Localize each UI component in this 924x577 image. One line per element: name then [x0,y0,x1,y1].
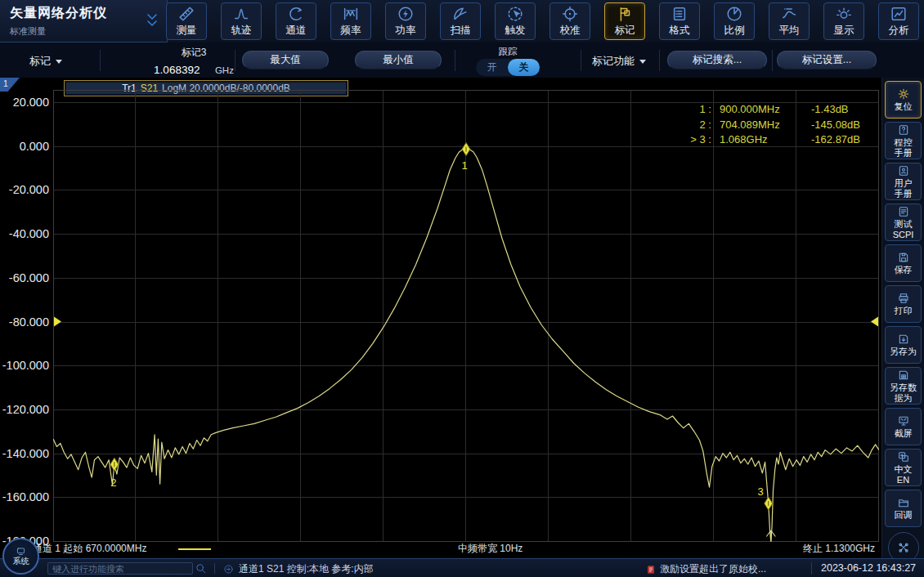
ref-level-arrow-right[interactable] [871,317,878,327]
toolbar-button-power[interactable]: 功率 [385,2,426,40]
tracking-off-option[interactable]: 关 [508,59,540,76]
marker-search-button[interactable]: 标记搜索... [667,51,767,69]
sidebar-button-label: 用户 手册 [895,178,913,199]
divider [214,563,215,574]
sidebar-button-save-as[interactable]: 另存为 [885,326,922,364]
marker-number: 1 : [679,102,711,118]
language-icon [897,450,910,463]
toolbar-button-marker[interactable]: 标记 [604,2,645,40]
vna-app: 矢量网络分析仪 标准测量 测量轨迹通道频率功率扫描触发校准标记格式比例平均显示分… [0,0,924,577]
y-axis-tick-label: -160.000 [0,490,49,504]
min-search-button[interactable]: 最小值 [355,51,442,69]
sidebar-button-language[interactable]: 中文 EN [885,449,922,486]
plot-area[interactable]: 123 [53,90,879,542]
sidebar-button-manual-user[interactable]: 用户 手册 [885,163,922,200]
toolbar-button-measure[interactable]: 测量 [166,2,207,40]
marker-menubar: 标记 标记3 1.068392 GHz 最大值 最小值 跟踪 开 关 标记功能 … [0,42,924,78]
toolbar-button-trace[interactable]: 轨迹 [221,2,262,40]
marker-frequency: 900.000MHz [720,102,803,118]
marker-settings-button[interactable]: 标记设置... [777,51,877,69]
max-search-button[interactable]: 最大值 [242,51,329,69]
ref-level-arrow-left[interactable] [54,317,61,327]
marker-dropdown[interactable]: 标记 [29,54,62,69]
sidebar-button-save[interactable]: 保存 [885,244,922,282]
toolbar-button-frequency[interactable]: 频率 [330,2,371,40]
measurement-chart: 1 Tr1S21LogM 20.0000dB/-80.0000dB 20.000… [0,78,881,558]
toolbar-button-label: 标记 [615,24,635,38]
toolbar-button-label: 扫描 [451,24,471,38]
marker-value: -1.43dB [811,102,877,118]
sidebar-button-label: 测试 SCPI [893,219,914,239]
sidebar-button-label: 回调 [895,510,913,521]
sidebar-button-manual-prog[interactable]: 程控 手册 [885,122,922,159]
divider [235,50,235,71]
toolbar-button-trigger[interactable]: 触发 [495,2,536,40]
warning-message[interactable]: 激励设置超出了原始校... [646,562,766,576]
sidebar-button-label: 保存 [895,265,913,275]
y-axis-tick-label: -100.000 [0,358,49,373]
marker-number-label: 1 [461,159,467,172]
average-icon [780,5,798,23]
marker-frequency: 704.089MHz [720,118,803,133]
toolbar-button-average[interactable]: 平均 [769,2,810,40]
system-button[interactable]: 系统 [2,538,39,575]
y-axis-tick-label: -60.000 [0,271,49,285]
divider [659,50,660,71]
sidebar-button-label: 程控 手册 [895,137,913,158]
marker-value-display[interactable]: 标记3 1.068392 GHz [146,46,242,77]
offscale-arrow [766,530,775,541]
scale-icon [725,5,743,23]
marker-name: 标记3 [146,46,242,60]
toolbar-button-format[interactable]: 格式 [659,2,700,40]
sidebar-button-label: 另存为 [890,347,917,357]
sidebar-button-reset[interactable]: 复位 [885,81,922,119]
measurement-mode-label: 标准测量 [10,25,46,38]
marker-frequency-unit: GHz [215,65,234,75]
sidebar-button-screenshot[interactable]: 截屏 [885,408,922,445]
tracking-label: 跟踪 [478,46,537,58]
toolbar-button-label: 触发 [505,24,526,38]
start-frequency-label: 通道 1 起始 670.0000MHz [33,542,146,556]
caret-down-icon [56,60,62,64]
control-status-icon [223,563,234,574]
sidebar-button-recall[interactable]: 回调 [885,490,922,527]
y-axis-tick-label: 20.000 [0,95,49,110]
toolbar-button-display[interactable]: 显示 [823,2,864,40]
divider [581,50,581,71]
sidebar-button-print[interactable]: 打印 [885,285,922,323]
marker-number-label: 3 [757,485,763,498]
status-bar: 通道1 S21 控制:本地 参考:内部 激励设置超出了原始校... 2023-0… [0,558,924,577]
marker-frequency: 1.068GHz [720,132,803,148]
datetime-label: 2023-06-12 16:43:27 [821,562,916,574]
main-area: 1 Tr1S21LogM 20.0000dB/-80.0000dB 20.000… [0,78,924,558]
sidebar-button-save-data[interactable]: 另存数 据为 [885,367,922,405]
toolbar-button-analysis[interactable]: 分析 [878,2,919,40]
double-chevron-down-icon[interactable] [142,11,162,31]
trigger-icon [506,5,524,23]
sidebar-button-scpi[interactable]: 测试 SCPI [885,204,922,241]
divider [772,50,773,71]
toolbar-button-sweep[interactable]: 扫描 [440,2,481,40]
scpi-icon [897,205,910,218]
marker-value: -145.08dB [811,118,877,133]
toolbar-button-label: 功率 [396,24,416,38]
trace-marker-3[interactable]: 3 [757,485,772,510]
trace-color-swatch [178,548,211,550]
tracking-on-option[interactable]: 开 [476,59,508,76]
y-axis-tick-label: -140.000 [0,446,49,461]
toolbar-button-scale[interactable]: 比例 [714,2,755,40]
marker-function-dropdown[interactable]: 标记功能 [592,54,646,69]
measure-icon [177,5,195,23]
title-panel: 矢量网络分析仪 标准测量 [0,0,168,42]
toolbar-button-label: 轨迹 [231,24,252,38]
function-search-input[interactable] [47,562,193,575]
toolbar-button-label: 校准 [560,24,581,38]
sidebar-button-label: 复位 [895,101,913,112]
marker-readout: 1 :900.000MHz-1.43dB2 :704.089MHz-145.08… [679,102,877,148]
recall-icon [897,496,910,509]
right-sidebar: 复位程控 手册用户 手册测试 SCPI保存打印另存为另存数 据为截屏中文 EN回… [881,78,924,558]
toolbar-button-calibrate[interactable]: 校准 [549,2,590,40]
search-icon[interactable] [195,562,207,575]
toolbar-button-label: 通道 [286,24,307,38]
toolbar-button-channel[interactable]: 通道 [276,2,316,40]
